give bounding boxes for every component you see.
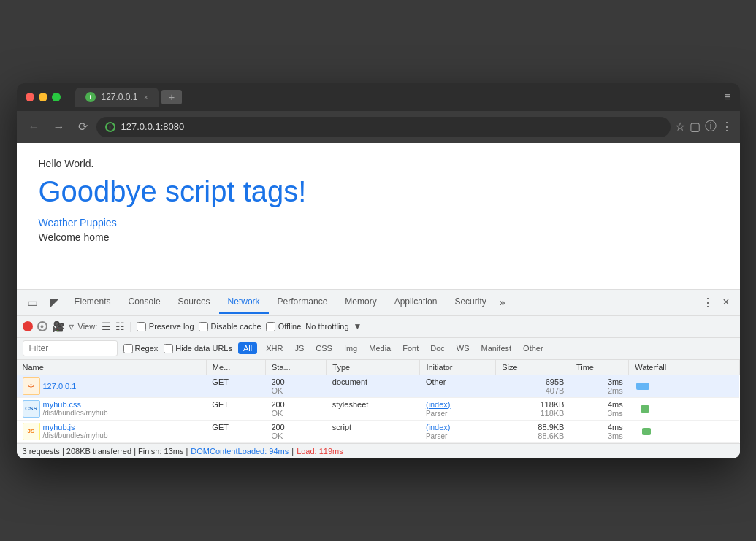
tab-memory[interactable]: Memory xyxy=(336,291,385,314)
time-main: 4ms xyxy=(576,400,622,409)
tab-network[interactable]: Network xyxy=(219,291,269,314)
css-filter[interactable]: CSS xyxy=(313,342,335,354)
devtools-device-button[interactable]: ◤ xyxy=(45,293,63,312)
size-transfer: 88.9KB xyxy=(502,423,565,431)
minimize-dot[interactable] xyxy=(39,93,47,101)
status-separator: | xyxy=(291,447,294,456)
nav-actions: ☆ ▢ ⓘ ⋮ xyxy=(675,119,733,134)
time-main: 4ms xyxy=(576,423,622,431)
initiator-text: Other xyxy=(426,377,446,386)
back-button[interactable]: ← xyxy=(24,118,45,137)
screenshot-button[interactable]: 🎥 xyxy=(52,321,64,332)
disable-cache-checkbox[interactable]: Disable cache xyxy=(199,322,261,331)
name-main: myhub.css xyxy=(43,400,108,409)
initiator-link[interactable]: (index) xyxy=(426,400,451,409)
devtools-inspect-button[interactable]: ▭ xyxy=(23,293,42,312)
col-method[interactable]: Me... xyxy=(206,360,265,375)
view-list-button[interactable]: ☰ xyxy=(102,321,111,332)
tab-security[interactable]: Security xyxy=(446,291,495,314)
filter-bar: Regex Hide data URLs All XHR JS CSS Img … xyxy=(17,338,740,360)
cell-size: 88.9KB 88.6KB xyxy=(496,420,570,442)
title-bar-icon: ≡ xyxy=(724,91,730,104)
other-filter[interactable]: Other xyxy=(520,342,546,354)
ws-filter[interactable]: WS xyxy=(454,342,473,354)
time-main: 3ms xyxy=(576,377,622,386)
cell-method: GET xyxy=(206,375,265,397)
col-name[interactable]: Name xyxy=(17,360,207,375)
cell-waterfall xyxy=(629,375,717,397)
close-dot[interactable] xyxy=(26,93,34,101)
manifest-filter[interactable]: Manifest xyxy=(478,342,515,354)
regex-input[interactable] xyxy=(123,344,133,353)
media-filter[interactable]: Media xyxy=(366,342,394,354)
doc-filter[interactable]: Doc xyxy=(427,342,448,354)
active-tab[interactable]: i 127.0.0.1 × xyxy=(75,88,159,107)
more-tabs-button[interactable]: » xyxy=(495,291,510,314)
status-text: OK xyxy=(271,431,283,440)
stop-button[interactable]: ● xyxy=(37,321,47,331)
cell-time: 4ms 3ms xyxy=(570,420,628,442)
js-filter[interactable]: JS xyxy=(291,342,307,354)
offline-checkbox[interactable]: Offline xyxy=(266,322,302,331)
initiator-link[interactable]: (index) xyxy=(426,423,451,431)
tab-console[interactable]: Console xyxy=(120,291,169,314)
filter-button[interactable]: ▿ xyxy=(69,321,74,332)
throttle-dropdown-icon[interactable]: ▼ xyxy=(354,321,362,331)
view-detail-button[interactable]: ☷ xyxy=(115,321,125,332)
cell-type: stylesheet xyxy=(327,397,420,420)
time-sub: 3ms xyxy=(576,431,622,440)
status-domcontent: DOMContentLoaded: 94ms xyxy=(191,447,289,456)
tab-application[interactable]: Application xyxy=(386,291,446,314)
waterfall-bar-container xyxy=(635,423,711,440)
table-row[interactable]: <> 127.0.0.1 GET 200 OK document Other 6… xyxy=(17,375,740,397)
menu-button[interactable]: ⋮ xyxy=(721,120,733,134)
waterfall-bar-container xyxy=(635,377,711,395)
xhr-filter[interactable]: XHR xyxy=(263,342,286,354)
bookmark-button[interactable]: ☆ xyxy=(675,120,685,134)
reload-button[interactable]: ⟳ xyxy=(74,117,92,137)
disable-cache-input[interactable] xyxy=(199,322,208,331)
info-button[interactable]: ⓘ xyxy=(705,119,717,134)
table-row[interactable]: CSS myhub.css /dist/bundles/myhub GET 20… xyxy=(17,397,740,420)
col-initiator[interactable]: Initiator xyxy=(420,360,496,375)
maximize-dot[interactable] xyxy=(52,93,61,101)
hello-text: Hello World. xyxy=(39,158,718,169)
font-filter[interactable]: Font xyxy=(400,342,421,354)
cell-method: GET xyxy=(206,420,265,442)
col-size[interactable]: Size xyxy=(496,360,570,375)
cell-extra xyxy=(717,397,739,420)
col-status[interactable]: Sta... xyxy=(265,360,326,375)
col-type[interactable]: Type xyxy=(327,360,420,375)
preserve-log-input[interactable] xyxy=(137,322,146,331)
offline-input[interactable] xyxy=(266,322,275,331)
tab-close-button[interactable]: × xyxy=(144,93,148,101)
devtools-close-button[interactable]: × xyxy=(718,293,733,312)
weather-puppies-link[interactable]: Weather Puppies xyxy=(39,217,718,229)
img-filter[interactable]: Img xyxy=(341,342,360,354)
status-text: OK xyxy=(271,386,283,395)
devtools-menu-button[interactable]: ⋮ xyxy=(698,293,718,312)
status-text: OK xyxy=(271,409,283,418)
tab-sources[interactable]: Sources xyxy=(169,291,219,314)
hide-data-checkbox[interactable]: Hide data URLs xyxy=(164,344,232,353)
cell-extra xyxy=(717,375,739,397)
filter-input[interactable] xyxy=(23,340,118,356)
cell-status: 200 OK xyxy=(265,397,326,420)
table-row[interactable]: JS myhub.js /dist/bundles/myhub GET 200 … xyxy=(17,420,740,442)
time-sub: 2ms xyxy=(576,386,622,395)
hide-data-input[interactable] xyxy=(164,344,173,353)
preserve-log-checkbox[interactable]: Preserve log xyxy=(137,322,194,331)
file-icon: <> xyxy=(23,377,40,395)
regex-checkbox[interactable]: Regex xyxy=(123,344,159,353)
all-filter-button[interactable]: All xyxy=(238,342,257,354)
extensions-button[interactable]: ▢ xyxy=(690,120,700,134)
tab-performance[interactable]: Performance xyxy=(269,291,337,314)
throttle-select[interactable]: No throttling xyxy=(305,322,348,331)
forward-button[interactable]: → xyxy=(49,118,69,137)
address-bar[interactable]: i 127.0.0.1:8080 xyxy=(96,117,671,137)
col-waterfall[interactable]: Waterfall xyxy=(629,360,739,375)
col-time[interactable]: Time xyxy=(570,360,628,375)
tab-elements[interactable]: Elements xyxy=(66,291,120,314)
record-button[interactable] xyxy=(23,321,33,331)
new-tab-button[interactable]: + xyxy=(161,90,182,104)
